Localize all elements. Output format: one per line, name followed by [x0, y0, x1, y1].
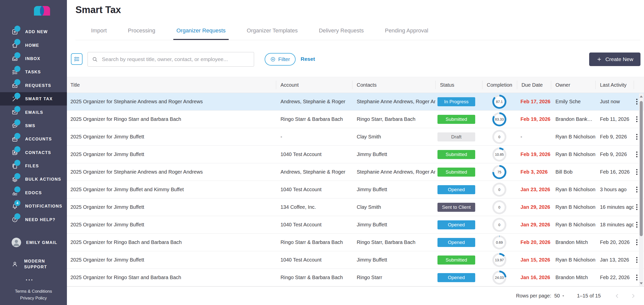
column-header-due-date[interactable]: Due Date: [517, 77, 551, 93]
sidebar-item-emails[interactable]: EMAILS: [0, 106, 67, 119]
reset-link[interactable]: Reset: [301, 56, 315, 62]
table-row[interactable]: 2025 Organizer for Ringo Bach and Barbar…: [67, 234, 644, 251]
tab-delivery-requests[interactable]: Delivery Requests: [318, 24, 365, 40]
notification-badge: [14, 26, 20, 32]
column-header-title[interactable]: Title: [67, 77, 276, 93]
table-row[interactable]: 2025 Organizer for Jimmy Buffett 134 Cof…: [67, 198, 644, 216]
sidebar-item-accounts[interactable]: ACCOUNTS: [0, 132, 67, 146]
sidebar-item-help[interactable]: NEED HELP?: [0, 213, 67, 226]
column-header-last-activity[interactable]: Last Activity: [595, 77, 634, 93]
table-row[interactable]: 2025 Organizer for Jimmy Buffet and Kimm…: [67, 181, 644, 198]
column-header-contacts[interactable]: Contacts: [352, 77, 435, 93]
tab-organizer-requests[interactable]: Organizer Requests: [175, 24, 227, 40]
sidebar-item-sms[interactable]: SMS: [0, 119, 67, 132]
completion-ring: 0: [492, 218, 506, 232]
table-row[interactable]: 2025 Organizer for Stephanie Andrews and…: [67, 163, 644, 181]
notification-badge: [14, 106, 20, 112]
terms-link[interactable]: Terms & Conditions: [0, 288, 67, 295]
sidebar-item-contacts[interactable]: CONTACTS: [0, 146, 67, 159]
create-new-button[interactable]: Create New: [589, 53, 640, 66]
row-menu-icon[interactable]: [635, 150, 638, 158]
row-menu-icon[interactable]: [635, 133, 638, 141]
row-menu-icon[interactable]: [635, 238, 638, 246]
column-header-owner[interactable]: Owner: [551, 77, 595, 93]
cell-last-activity: Jan 13, 2026: [595, 257, 634, 263]
cell-contacts: Ringo Starr: [352, 275, 435, 280]
row-menu-icon[interactable]: [635, 221, 638, 229]
table-row[interactable]: 2025 Organizer for Stephanie Andrews and…: [67, 93, 644, 111]
home-icon: [12, 42, 18, 48]
table-body: 2025 Organizer for Stephanie Andrews and…: [67, 93, 644, 286]
notification-badge: [14, 146, 20, 152]
cell-account: 1040 Test Account: [276, 257, 352, 263]
cell-account: Ringo Starr & Barbara Bach: [276, 275, 352, 280]
completion-value: 13.97: [495, 258, 504, 262]
sidebar-item-label: ADD NEW: [25, 29, 48, 34]
filter-button[interactable]: Filter: [265, 53, 296, 66]
table-row[interactable]: 2025 Organizer for Jimmy Buffett 1040 Te…: [67, 216, 644, 234]
tab-pending-approval[interactable]: Pending Approval: [384, 24, 429, 40]
sidebar-item-edocs[interactable]: EDOCS: [0, 186, 67, 199]
sidebar-support[interactable]: MODERN SUPPORT: [12, 258, 54, 270]
sidebar-item-home[interactable]: HOME: [0, 38, 67, 52]
row-menu-icon[interactable]: [635, 168, 638, 176]
user-avatar: [12, 238, 21, 247]
row-menu-icon[interactable]: [635, 115, 638, 123]
search-input[interactable]: [101, 56, 250, 63]
table-row[interactable]: 2025 Organizer for Ringo Starr and Barba…: [67, 111, 644, 128]
cell-owner: Emily Sche: [551, 99, 595, 105]
sidebar-item-add-new[interactable]: ADD NEW: [0, 25, 67, 38]
sidebar-item-files[interactable]: FILES: [0, 159, 67, 173]
table-row[interactable]: 2025 Organizer for Jimmy Buffett 1040 Te…: [67, 146, 644, 163]
sidebar-item-notifications[interactable]: 4 NOTIFICATIONS: [0, 199, 67, 213]
cell-due-date: Feb 19, 2026: [517, 116, 551, 122]
sidebar-overflow-icon[interactable]: ...: [26, 275, 34, 282]
cell-title: 2025 Organizer for Jimmy Buffett: [67, 134, 276, 140]
table-row[interactable]: 2025 Organizer for Ringo Starr and Barba…: [67, 269, 644, 286]
sidebar-item-tasks[interactable]: TASKS: [0, 65, 67, 79]
privacy-link[interactable]: Privacy Policy: [0, 295, 67, 301]
main-content: Smart Tax ImportProcessingOrganizer Requ…: [67, 0, 644, 305]
rows-per-page-select[interactable]: 50: [554, 293, 565, 299]
column-header-account[interactable]: Account: [276, 77, 352, 93]
tab-import[interactable]: Import: [90, 24, 108, 40]
tab-organizer-templates[interactable]: Organizer Templates: [246, 24, 299, 40]
column-header-status[interactable]: Status: [435, 77, 482, 93]
row-menu-icon[interactable]: [635, 186, 638, 193]
cell-last-activity: Feb 11, 2026: [595, 116, 634, 122]
vertical-scrollbar[interactable]: [639, 93, 643, 286]
completion-value: 75: [497, 170, 501, 174]
cell-last-activity: Feb 16, 2026: [595, 169, 634, 175]
cell-title: 2025 Organizer for Ringo Starr and Barba…: [67, 116, 276, 122]
help-icon: [12, 216, 18, 223]
row-menu-icon[interactable]: [635, 274, 638, 281]
sidebar-item-label: BULK ACTIONS: [25, 177, 61, 182]
status-badge: Sent to Client: [437, 203, 475, 212]
sidebar-item-smart-tax[interactable]: SMART TAX: [0, 92, 67, 106]
sidebar-item-inbox[interactable]: INBOX: [0, 52, 67, 65]
cell-title: 2025 Organizer for Jimmy Buffett: [67, 222, 276, 228]
sidebar-user[interactable]: EMILY GMAIL: [12, 238, 57, 247]
column-header-completion[interactable]: Completion: [482, 77, 517, 93]
column-settings-button[interactable]: [71, 53, 83, 65]
page-title: Smart Tax: [75, 5, 121, 15]
cell-due-date: -: [517, 134, 551, 140]
canopy-logo[interactable]: [25, 6, 59, 16]
row-menu-icon[interactable]: [635, 98, 638, 106]
cell-due-date: Jan 29, 2026: [517, 222, 551, 228]
table-row[interactable]: 2025 Organizer for Jimmy Buffett - Clay …: [67, 128, 644, 146]
row-menu-icon[interactable]: [635, 256, 638, 264]
sidebar-item-bulk-actions[interactable]: BULK ACTIONS: [0, 173, 67, 186]
previous-page-button[interactable]: [614, 293, 620, 299]
notification-badge: [14, 93, 20, 99]
completion-value: 24.03: [495, 276, 504, 280]
cell-last-activity: 16 minutes ago: [595, 204, 634, 210]
notification-badge: [14, 52, 20, 58]
tab-processing[interactable]: Processing: [127, 24, 156, 40]
next-page-button[interactable]: [630, 293, 636, 299]
scrollbar-thumb[interactable]: [640, 101, 643, 236]
cell-contacts: Jimmy Buffett: [352, 151, 435, 157]
sidebar-item-requests[interactable]: REQUESTS: [0, 79, 67, 92]
table-row[interactable]: 2025 Organizer for Jimmy Buffett 1040 Te…: [67, 251, 644, 269]
row-menu-icon[interactable]: [635, 203, 638, 211]
